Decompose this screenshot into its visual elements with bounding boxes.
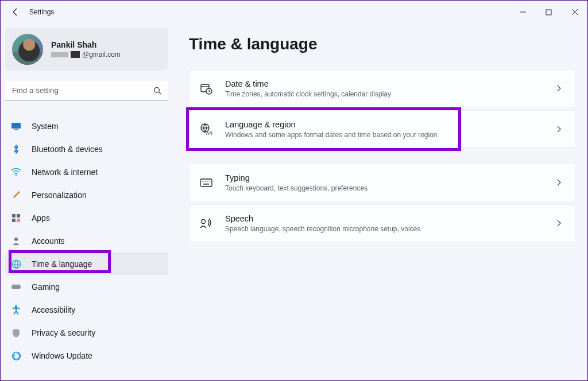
svg-line-5: [159, 92, 161, 95]
sidebar-item-personalization[interactable]: Personalization: [5, 184, 168, 207]
apps-icon: [11, 213, 21, 223]
sidebar: Pankil Shah @gmail.com System Bluetooth …: [1, 24, 173, 380]
svg-point-25: [204, 181, 206, 182]
system-icon: [11, 121, 21, 131]
profile-card[interactable]: Pankil Shah @gmail.com: [5, 28, 168, 71]
card-title: Date & time: [225, 79, 391, 90]
minimize-button[interactable]: [510, 3, 536, 21]
sidebar-item-network[interactable]: Network & internet: [5, 161, 168, 184]
svg-rect-6: [11, 123, 21, 129]
redacted-block: [71, 51, 80, 58]
card-title: Typing: [225, 173, 368, 184]
keyboard-icon: [200, 176, 212, 189]
window-controls: [510, 3, 587, 21]
card-title: Language & region: [225, 119, 438, 130]
gaming-icon: [11, 282, 21, 292]
svg-point-8: [16, 174, 17, 176]
accounts-icon: [11, 236, 21, 246]
page-title: Time & language: [189, 35, 576, 53]
profile-email: @gmail.com: [51, 50, 121, 59]
svg-rect-28: [203, 184, 209, 185]
search-input[interactable]: [5, 81, 168, 100]
svg-point-4: [154, 88, 160, 93]
nav-list: System Bluetooth & devices Network & int…: [5, 115, 168, 367]
search-wrap: [5, 81, 168, 100]
wifi-icon: [11, 167, 21, 177]
card-desc: Touch keyboard, text suggestions, prefer…: [225, 184, 368, 192]
sidebar-item-windows-update[interactable]: Windows Update: [5, 344, 168, 367]
svg-rect-7: [14, 129, 18, 130]
sidebar-item-label: Time & language: [32, 259, 92, 269]
sidebar-item-label: Accounts: [32, 236, 65, 246]
svg-rect-12: [17, 219, 20, 222]
sidebar-item-label: Apps: [32, 213, 50, 223]
sidebar-item-label: Bluetooth & devices: [32, 145, 103, 154]
card-language-region[interactable]: A字 Language & region Windows and some ap…: [189, 110, 576, 148]
back-button[interactable]: [7, 4, 24, 20]
close-button[interactable]: [562, 3, 587, 21]
sidebar-item-accessibility[interactable]: Accessibility: [5, 298, 168, 321]
calendar-clock-icon: [200, 82, 212, 95]
card-date-time[interactable]: Date & time Time zones, automatic clock …: [189, 69, 576, 107]
chevron-right-icon: [556, 178, 564, 186]
card-desc: Time zones, automatic clock settings, ca…: [225, 90, 391, 98]
accessibility-icon: [11, 305, 21, 315]
svg-rect-15: [11, 285, 21, 289]
chevron-right-icon: [556, 125, 564, 133]
svg-rect-23: [200, 179, 212, 186]
card-desc: Windows and some apps format dates and t…: [225, 131, 438, 139]
card-desc: Speech language, speech recognition micr…: [225, 225, 420, 233]
svg-point-24: [202, 181, 203, 182]
svg-text:A字: A字: [206, 131, 212, 135]
sidebar-item-label: Gaming: [32, 282, 60, 291]
card-speech[interactable]: Speech Speech language, speech recogniti…: [189, 204, 576, 242]
sidebar-item-time-language[interactable]: Time & language: [5, 252, 168, 275]
titlebar: Settings: [1, 1, 587, 24]
sidebar-item-apps[interactable]: Apps: [5, 207, 168, 230]
update-icon: [11, 351, 21, 361]
speech-icon: [200, 217, 212, 230]
shield-icon: [11, 328, 21, 338]
sidebar-item-bluetooth[interactable]: Bluetooth & devices: [5, 138, 168, 161]
sidebar-item-privacy[interactable]: Privacy & security: [5, 321, 168, 344]
avatar: [12, 34, 43, 65]
svg-rect-1: [546, 10, 551, 15]
redacted-block: [51, 52, 68, 57]
maximize-button[interactable]: [536, 3, 562, 21]
sidebar-item-label: Personalization: [32, 190, 87, 200]
app-title: Settings: [29, 8, 54, 16]
sidebar-item-label: Privacy & security: [32, 328, 95, 337]
chevron-right-icon: [556, 219, 564, 227]
chevron-right-icon: [556, 84, 564, 92]
clock-globe-icon: [11, 259, 21, 269]
sidebar-item-accounts[interactable]: Accounts: [5, 230, 168, 252]
svg-rect-9: [12, 214, 16, 217]
sidebar-item-label: System: [32, 122, 59, 131]
svg-point-29: [202, 220, 206, 224]
sidebar-item-gaming[interactable]: Gaming: [5, 275, 168, 298]
card-typing[interactable]: Typing Touch keyboard, text suggestions,…: [189, 164, 576, 201]
svg-point-26: [207, 181, 208, 182]
brush-icon: [11, 190, 21, 200]
svg-point-16: [15, 305, 17, 308]
card-title: Speech: [225, 213, 420, 224]
sidebar-item-label: Network & internet: [32, 168, 98, 177]
svg-rect-11: [12, 219, 16, 222]
content-area: Time & language Date & time Time zones, …: [173, 24, 587, 380]
bluetooth-icon: [11, 144, 21, 154]
search-icon: [153, 87, 161, 95]
svg-point-27: [209, 181, 210, 182]
profile-name: Pankil Shah: [51, 40, 121, 49]
sidebar-item-label: Windows Update: [32, 351, 92, 360]
svg-rect-10: [17, 214, 20, 217]
settings-cards: Date & time Time zones, automatic clock …: [189, 69, 576, 245]
sidebar-item-system[interactable]: System: [5, 115, 168, 138]
svg-point-13: [14, 238, 18, 241]
globe-translate-icon: A字: [200, 123, 212, 135]
sidebar-item-label: Accessibility: [32, 305, 75, 314]
